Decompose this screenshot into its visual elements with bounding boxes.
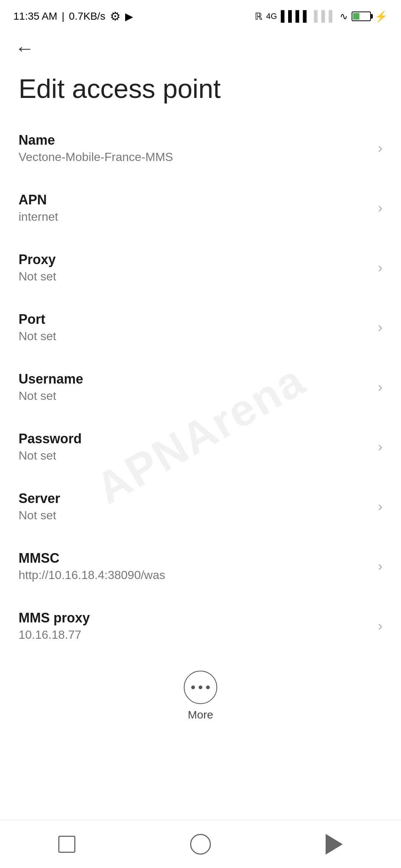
- settings-icon: ⚙: [110, 9, 121, 23]
- setting-item-server[interactable]: Server Not set ›: [0, 477, 401, 536]
- battery-box: [352, 11, 371, 21]
- chevron-icon-proxy: ›: [378, 260, 382, 276]
- setting-label-password: Password: [19, 431, 371, 447]
- nav-bar: [0, 820, 401, 868]
- toolbar: ←: [0, 30, 401, 63]
- settings-list: Name Vectone-Mobile-France-MMS › APN int…: [0, 118, 401, 799]
- setting-value-mms-proxy: 10.16.18.77: [19, 628, 371, 642]
- setting-value-mmsc: http://10.16.18.4:38090/was: [19, 568, 371, 582]
- battery-container: [352, 11, 371, 21]
- more-dots-icon: [191, 685, 210, 689]
- setting-value-password: Not set: [19, 449, 371, 463]
- network-speed: |: [62, 10, 64, 22]
- dot-1: [191, 685, 195, 689]
- charge-icon: ⚡: [375, 10, 388, 23]
- more-circle-button[interactable]: [184, 671, 217, 704]
- setting-value-name: Vectone-Mobile-France-MMS: [19, 150, 371, 164]
- recent-apps-icon: [58, 836, 75, 853]
- setting-item-name[interactable]: Name Vectone-Mobile-France-MMS ›: [0, 118, 401, 178]
- dot-3: [206, 685, 210, 689]
- setting-label-proxy: Proxy: [19, 252, 371, 267]
- battery-fill: [353, 13, 359, 20]
- signal-bars-icon: ▌▌▌▌: [281, 10, 310, 22]
- setting-content-name: Name Vectone-Mobile-France-MMS: [19, 132, 371, 164]
- setting-label-username: Username: [19, 371, 371, 387]
- setting-value-apn: internet: [19, 210, 371, 224]
- setting-value-proxy: Not set: [19, 270, 371, 283]
- dot-2: [199, 685, 202, 689]
- nav-back-button[interactable]: [297, 829, 371, 859]
- chevron-icon-port: ›: [378, 320, 382, 335]
- chevron-icon-mms-proxy: ›: [378, 618, 382, 634]
- setting-value-port: Not set: [19, 329, 371, 343]
- network-speed-value: 0.7KB/s: [69, 10, 105, 22]
- setting-item-port[interactable]: Port Not set ›: [0, 297, 401, 357]
- setting-label-apn: APN: [19, 192, 371, 208]
- status-left: 11:35 AM | 0.7KB/s ⚙ ▶: [13, 9, 133, 23]
- chevron-icon-server: ›: [378, 499, 382, 514]
- setting-content-port: Port Not set: [19, 312, 371, 343]
- wifi-icon: ∿: [340, 11, 348, 22]
- setting-label-mms-proxy: MMS proxy: [19, 610, 371, 626]
- setting-content-mmsc: MMSC http://10.16.18.4:38090/was: [19, 550, 371, 582]
- chevron-icon-mmsc: ›: [378, 559, 382, 574]
- back-icon: [326, 834, 343, 855]
- setting-item-apn[interactable]: APN internet ›: [0, 178, 401, 238]
- setting-item-password[interactable]: Password Not set ›: [0, 417, 401, 477]
- page-title: Edit access point: [0, 63, 401, 118]
- setting-label-server: Server: [19, 491, 371, 506]
- setting-content-username: Username Not set: [19, 371, 371, 403]
- nav-home-button[interactable]: [163, 829, 238, 859]
- video-icon: ▶: [125, 10, 133, 23]
- setting-item-mms-proxy[interactable]: MMS proxy 10.16.18.77 ›: [0, 596, 401, 656]
- setting-item-mmsc[interactable]: MMSC http://10.16.18.4:38090/was ›: [0, 536, 401, 596]
- setting-item-username[interactable]: Username Not set ›: [0, 357, 401, 417]
- setting-label-name: Name: [19, 132, 371, 148]
- chevron-icon-password: ›: [378, 439, 382, 455]
- setting-label-mmsc: MMSC: [19, 550, 371, 566]
- bluetooth-icon: ℝ: [255, 11, 263, 22]
- network-4g-icon: 4G: [266, 11, 277, 21]
- home-icon: [190, 834, 211, 855]
- nav-recent-apps-button[interactable]: [30, 829, 104, 859]
- setting-content-mms-proxy: MMS proxy 10.16.18.77: [19, 610, 371, 642]
- setting-label-port: Port: [19, 312, 371, 327]
- more-label: More: [188, 708, 213, 721]
- chevron-icon-username: ›: [378, 379, 382, 395]
- status-right: ℝ 4G ▌▌▌▌ ▌▌▌ ∿ ⚡: [255, 10, 388, 23]
- back-button[interactable]: ←: [15, 39, 34, 58]
- setting-value-username: Not set: [19, 389, 371, 403]
- setting-value-server: Not set: [19, 509, 371, 522]
- setting-content-proxy: Proxy Not set: [19, 252, 371, 283]
- setting-content-password: Password Not set: [19, 431, 371, 463]
- more-section[interactable]: More: [0, 656, 401, 740]
- status-bar: 11:35 AM | 0.7KB/s ⚙ ▶ ℝ 4G ▌▌▌▌ ▌▌▌ ∿ ⚡: [0, 0, 401, 30]
- chevron-icon-name: ›: [378, 141, 382, 156]
- setting-content-server: Server Not set: [19, 491, 371, 522]
- setting-item-proxy[interactable]: Proxy Not set ›: [0, 238, 401, 297]
- chevron-icon-apn: ›: [378, 200, 382, 216]
- signal-bars2-icon: ▌▌▌: [314, 10, 336, 22]
- time-display: 11:35 AM: [13, 10, 57, 22]
- setting-content-apn: APN internet: [19, 192, 371, 224]
